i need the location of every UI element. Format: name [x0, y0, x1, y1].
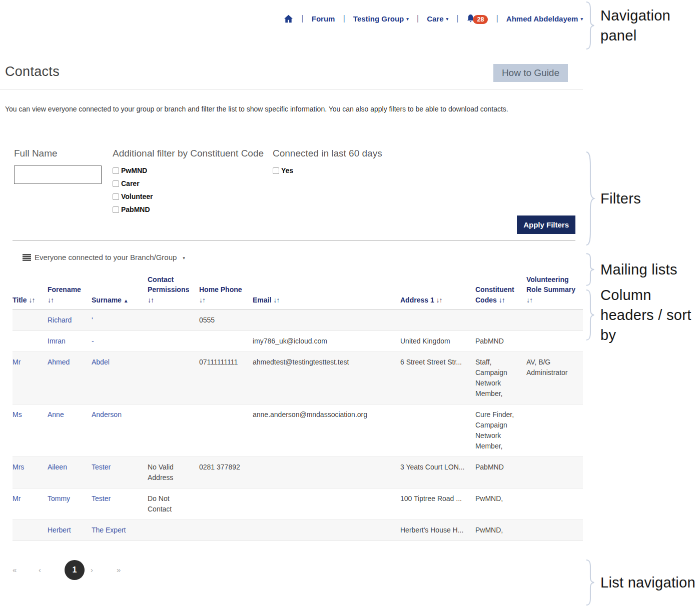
constituent-option-pwmnd[interactable]: PwMND [113, 166, 273, 174]
cell-permissions [148, 404, 199, 456]
column-header-title[interactable]: Title ↓↑ [13, 295, 48, 305]
chevron-down-icon: ▾ [183, 256, 185, 260]
constituent-option-carer[interactable]: Carer [113, 180, 273, 188]
cell-email: anne.anderson@mndassociation.org [253, 404, 400, 456]
column-header-address-1[interactable]: Address 1 ↓↑ [400, 295, 475, 305]
cell-forename[interactable]: Anne [48, 404, 92, 456]
curly-brace [584, 253, 595, 286]
annotation-navigation-panel: Navigation panel [584, 1, 700, 50]
cell-codes: Staff, Campaign Network Member, [475, 352, 526, 404]
column-header-home-phone[interactable]: Home Phone ↓↑ [199, 284, 253, 305]
cell-surname[interactable]: - [92, 331, 148, 352]
connected-label: Connected in last 60 days [273, 148, 583, 159]
constituent-code-label: Additional filter by Constituent Code [113, 148, 273, 159]
nav-item-forum[interactable]: Forum [312, 14, 335, 23]
sort-icon: ↓↑ [199, 296, 205, 304]
list-navigation: «‹1›» [0, 560, 583, 580]
pagination-current-page[interactable]: 1 [65, 560, 85, 580]
chevron-down-icon: ▾ [406, 16, 409, 22]
cell-title[interactable]: Mrs [13, 457, 48, 488]
curly-brace [584, 559, 595, 606]
contacts-table: Title ↓↑Forename ↓↑Surname ▲Contact Perm… [0, 274, 583, 541]
connected-option-yes[interactable]: Yes [273, 166, 583, 174]
mailing-list-label: Everyone connected to your Branch/Group [35, 253, 177, 262]
chevron-down-icon: ▾ [446, 16, 449, 22]
column-header-contact-permissions[interactable]: Contact Permissions ↓↑ [148, 274, 199, 305]
cell-permissions [148, 520, 199, 540]
cell-email [253, 457, 400, 488]
cell-surname[interactable]: Tester [92, 457, 148, 488]
cell-phone: 0555 [199, 310, 253, 330]
nav-item-testing-group[interactable]: Testing Group▾ [353, 14, 409, 23]
how-to-guide-button[interactable]: How to Guide [493, 64, 568, 82]
pagination-next-button[interactable]: › [91, 566, 117, 574]
notifications-button[interactable]: 28 [466, 13, 488, 24]
cell-roles [526, 457, 583, 488]
cell-phone [199, 331, 253, 352]
column-header-constituent-codes[interactable]: Constituent Codes ↓↑ [475, 284, 526, 305]
cell-forename[interactable]: Herbert [48, 520, 92, 540]
checkbox-icon[interactable] [113, 194, 119, 200]
nav-item-label: Care [427, 14, 443, 23]
column-header-surname[interactable]: Surname ▲ [92, 295, 148, 305]
cell-surname[interactable]: Tester [92, 488, 148, 520]
annotation-label: Navigation panel [600, 6, 700, 46]
divider [0, 89, 583, 90]
cell-address: 3 Yeats Court LON... [400, 457, 475, 488]
mailing-list-selector[interactable]: Everyone connected to your Branch/Group … [0, 253, 583, 262]
nav-separator: | [343, 14, 345, 24]
cell-surname[interactable]: Abdel [92, 352, 148, 404]
cell-permissions: Do Not Contact [148, 488, 199, 520]
sort-icon: ↓↑ [499, 296, 505, 304]
user-menu[interactable]: Ahmed Abdeldayem ▾ [506, 14, 583, 23]
cell-title[interactable]: Ms [13, 404, 48, 456]
cell-surname[interactable]: ' [92, 310, 148, 330]
annotation-mailing-lists: Mailing lists [584, 253, 700, 286]
pagination-first-button[interactable]: « [13, 566, 39, 574]
cell-email [253, 310, 400, 330]
nav-item-care[interactable]: Care▾ [427, 14, 448, 23]
cell-forename[interactable]: Ahmed [48, 352, 92, 404]
table-row: MsAnneAndersonanne.anderson@mndassociati… [13, 404, 583, 457]
annotation-label: Mailing lists [600, 260, 700, 280]
cell-phone [199, 404, 253, 456]
checkbox-label: Volunteer [121, 192, 153, 200]
sort-icon: ↓↑ [148, 296, 154, 304]
home-icon [284, 14, 293, 23]
connected-options: Yes [273, 166, 583, 174]
constituent-option-volunteer[interactable]: Volunteer [113, 192, 273, 200]
cell-email [253, 520, 400, 540]
cell-phone [199, 520, 253, 540]
column-header-forename[interactable]: Forename ↓↑ [48, 284, 92, 305]
cell-surname[interactable]: The Expert [92, 520, 148, 540]
full-name-input[interactable] [14, 166, 102, 184]
home-button[interactable] [284, 14, 293, 23]
filters-section: Full Name Additional filter by Constitue… [0, 148, 583, 214]
column-header-email[interactable]: Email ↓↑ [253, 295, 400, 305]
cell-forename[interactable]: Richard [48, 310, 92, 330]
table-row: MrTommyTesterDo Not Contact100 Tiptree R… [13, 488, 583, 520]
column-header-volunteering-role-summary[interactable]: Volunteering Role Summary ↓↑ [526, 274, 583, 305]
apply-filters-button[interactable]: Apply Filters [517, 216, 575, 234]
checkbox-icon[interactable] [113, 168, 119, 174]
cell-forename[interactable]: Aileen [48, 457, 92, 488]
table-row: Imran-imy786_uk@icloud.comUnited Kingdom… [13, 331, 583, 352]
cell-title[interactable]: Mr [13, 488, 48, 520]
cell-title[interactable]: Mr [13, 352, 48, 404]
cell-surname[interactable]: Anderson [92, 404, 148, 456]
table-row: MrsAileenTesterNo Valid Address0281 3778… [13, 457, 583, 488]
pagination-previous-button[interactable]: ‹ [39, 566, 65, 574]
checkbox-icon[interactable] [273, 168, 279, 174]
cell-forename[interactable]: Imran [48, 331, 92, 352]
checkbox-icon[interactable] [113, 180, 119, 187]
main-content: |Forum|Testing Group▾|Care▾ | 28 | Ahmed… [0, 0, 583, 580]
cell-address [400, 404, 475, 456]
cell-forename[interactable]: Tommy [48, 488, 92, 520]
cell-roles [526, 404, 583, 456]
cell-phone: 0281 377892 [199, 457, 253, 488]
checkbox-icon[interactable] [113, 206, 119, 213]
pagination-last-button[interactable]: » [117, 566, 143, 574]
cell-codes: PwMND, [475, 520, 526, 540]
constituent-option-pabmnd[interactable]: PabMND [113, 206, 273, 214]
cell-codes: PabMND [475, 457, 526, 488]
